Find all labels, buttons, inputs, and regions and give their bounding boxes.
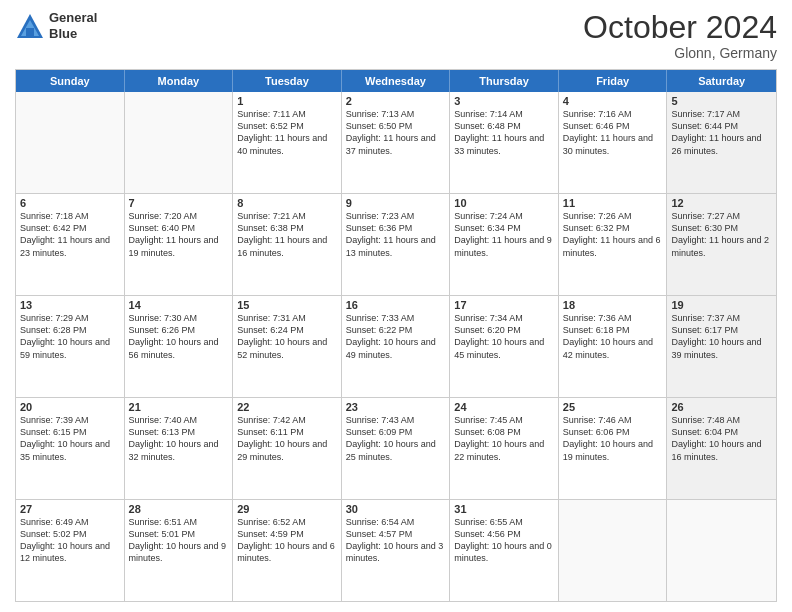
- calendar-cell: [667, 500, 776, 601]
- calendar-cell: 25Sunrise: 7:46 AM Sunset: 6:06 PM Dayli…: [559, 398, 668, 499]
- calendar-cell: 14Sunrise: 7:30 AM Sunset: 6:26 PM Dayli…: [125, 296, 234, 397]
- logo-icon: [15, 12, 45, 40]
- day-number: 24: [454, 401, 554, 413]
- calendar-row-1: 1Sunrise: 7:11 AM Sunset: 6:52 PM Daylig…: [16, 92, 776, 193]
- cell-info: Sunrise: 7:14 AM Sunset: 6:48 PM Dayligh…: [454, 108, 554, 157]
- cell-info: Sunrise: 7:46 AM Sunset: 6:06 PM Dayligh…: [563, 414, 663, 463]
- day-number: 23: [346, 401, 446, 413]
- calendar-cell: 6Sunrise: 7:18 AM Sunset: 6:42 PM Daylig…: [16, 194, 125, 295]
- calendar-cell: 5Sunrise: 7:17 AM Sunset: 6:44 PM Daylig…: [667, 92, 776, 193]
- calendar-cell: 29Sunrise: 6:52 AM Sunset: 4:59 PM Dayli…: [233, 500, 342, 601]
- day-number: 1: [237, 95, 337, 107]
- calendar-cell: 21Sunrise: 7:40 AM Sunset: 6:13 PM Dayli…: [125, 398, 234, 499]
- day-number: 22: [237, 401, 337, 413]
- weekday-header-sunday: Sunday: [16, 70, 125, 92]
- weekday-header-tuesday: Tuesday: [233, 70, 342, 92]
- calendar-cell: 13Sunrise: 7:29 AM Sunset: 6:28 PM Dayli…: [16, 296, 125, 397]
- calendar-cell: 12Sunrise: 7:27 AM Sunset: 6:30 PM Dayli…: [667, 194, 776, 295]
- calendar-body: 1Sunrise: 7:11 AM Sunset: 6:52 PM Daylig…: [16, 92, 776, 601]
- calendar-cell: 8Sunrise: 7:21 AM Sunset: 6:38 PM Daylig…: [233, 194, 342, 295]
- calendar-cell: 19Sunrise: 7:37 AM Sunset: 6:17 PM Dayli…: [667, 296, 776, 397]
- cell-info: Sunrise: 7:31 AM Sunset: 6:24 PM Dayligh…: [237, 312, 337, 361]
- day-number: 14: [129, 299, 229, 311]
- cell-info: Sunrise: 7:37 AM Sunset: 6:17 PM Dayligh…: [671, 312, 772, 361]
- cell-info: Sunrise: 7:34 AM Sunset: 6:20 PM Dayligh…: [454, 312, 554, 361]
- day-number: 3: [454, 95, 554, 107]
- calendar-cell: 4Sunrise: 7:16 AM Sunset: 6:46 PM Daylig…: [559, 92, 668, 193]
- day-number: 11: [563, 197, 663, 209]
- cell-info: Sunrise: 7:43 AM Sunset: 6:09 PM Dayligh…: [346, 414, 446, 463]
- day-number: 15: [237, 299, 337, 311]
- day-number: 4: [563, 95, 663, 107]
- header: General Blue October 2024 Glonn, Germany: [15, 10, 777, 61]
- day-number: 18: [563, 299, 663, 311]
- cell-info: Sunrise: 7:20 AM Sunset: 6:40 PM Dayligh…: [129, 210, 229, 259]
- calendar-header: SundayMondayTuesdayWednesdayThursdayFrid…: [16, 70, 776, 92]
- weekday-header-saturday: Saturday: [667, 70, 776, 92]
- day-number: 17: [454, 299, 554, 311]
- cell-info: Sunrise: 7:33 AM Sunset: 6:22 PM Dayligh…: [346, 312, 446, 361]
- calendar-cell: [16, 92, 125, 193]
- cell-info: Sunrise: 7:26 AM Sunset: 6:32 PM Dayligh…: [563, 210, 663, 259]
- cell-info: Sunrise: 7:36 AM Sunset: 6:18 PM Dayligh…: [563, 312, 663, 361]
- day-number: 6: [20, 197, 120, 209]
- calendar-cell: 10Sunrise: 7:24 AM Sunset: 6:34 PM Dayli…: [450, 194, 559, 295]
- day-number: 9: [346, 197, 446, 209]
- day-number: 5: [671, 95, 772, 107]
- calendar-row-4: 20Sunrise: 7:39 AM Sunset: 6:15 PM Dayli…: [16, 397, 776, 499]
- cell-info: Sunrise: 7:45 AM Sunset: 6:08 PM Dayligh…: [454, 414, 554, 463]
- day-number: 30: [346, 503, 446, 515]
- calendar-cell: 22Sunrise: 7:42 AM Sunset: 6:11 PM Dayli…: [233, 398, 342, 499]
- weekday-header-thursday: Thursday: [450, 70, 559, 92]
- day-number: 20: [20, 401, 120, 413]
- cell-info: Sunrise: 7:17 AM Sunset: 6:44 PM Dayligh…: [671, 108, 772, 157]
- cell-info: Sunrise: 7:30 AM Sunset: 6:26 PM Dayligh…: [129, 312, 229, 361]
- cell-info: Sunrise: 7:11 AM Sunset: 6:52 PM Dayligh…: [237, 108, 337, 157]
- day-number: 10: [454, 197, 554, 209]
- day-number: 26: [671, 401, 772, 413]
- cell-info: Sunrise: 7:16 AM Sunset: 6:46 PM Dayligh…: [563, 108, 663, 157]
- day-number: 27: [20, 503, 120, 515]
- calendar-cell: 20Sunrise: 7:39 AM Sunset: 6:15 PM Dayli…: [16, 398, 125, 499]
- location: Glonn, Germany: [583, 45, 777, 61]
- day-number: 13: [20, 299, 120, 311]
- cell-info: Sunrise: 7:29 AM Sunset: 6:28 PM Dayligh…: [20, 312, 120, 361]
- svg-rect-2: [26, 28, 34, 36]
- calendar-cell: 16Sunrise: 7:33 AM Sunset: 6:22 PM Dayli…: [342, 296, 451, 397]
- weekday-header-wednesday: Wednesday: [342, 70, 451, 92]
- day-number: 29: [237, 503, 337, 515]
- cell-info: Sunrise: 7:40 AM Sunset: 6:13 PM Dayligh…: [129, 414, 229, 463]
- cell-info: Sunrise: 7:23 AM Sunset: 6:36 PM Dayligh…: [346, 210, 446, 259]
- cell-info: Sunrise: 7:18 AM Sunset: 6:42 PM Dayligh…: [20, 210, 120, 259]
- calendar-cell: 30Sunrise: 6:54 AM Sunset: 4:57 PM Dayli…: [342, 500, 451, 601]
- calendar-cell: 23Sunrise: 7:43 AM Sunset: 6:09 PM Dayli…: [342, 398, 451, 499]
- day-number: 31: [454, 503, 554, 515]
- logo-text: General Blue: [49, 10, 97, 41]
- day-number: 16: [346, 299, 446, 311]
- calendar-cell: 7Sunrise: 7:20 AM Sunset: 6:40 PM Daylig…: [125, 194, 234, 295]
- cell-info: Sunrise: 7:42 AM Sunset: 6:11 PM Dayligh…: [237, 414, 337, 463]
- weekday-header-monday: Monday: [125, 70, 234, 92]
- calendar-cell: 28Sunrise: 6:51 AM Sunset: 5:01 PM Dayli…: [125, 500, 234, 601]
- day-number: 12: [671, 197, 772, 209]
- day-number: 7: [129, 197, 229, 209]
- calendar-cell: 9Sunrise: 7:23 AM Sunset: 6:36 PM Daylig…: [342, 194, 451, 295]
- page: General Blue October 2024 Glonn, Germany…: [0, 0, 792, 612]
- calendar-cell: 17Sunrise: 7:34 AM Sunset: 6:20 PM Dayli…: [450, 296, 559, 397]
- cell-info: Sunrise: 6:51 AM Sunset: 5:01 PM Dayligh…: [129, 516, 229, 565]
- calendar-cell: 15Sunrise: 7:31 AM Sunset: 6:24 PM Dayli…: [233, 296, 342, 397]
- calendar-cell: 3Sunrise: 7:14 AM Sunset: 6:48 PM Daylig…: [450, 92, 559, 193]
- calendar-row-5: 27Sunrise: 6:49 AM Sunset: 5:02 PM Dayli…: [16, 499, 776, 601]
- cell-info: Sunrise: 7:21 AM Sunset: 6:38 PM Dayligh…: [237, 210, 337, 259]
- cell-info: Sunrise: 6:54 AM Sunset: 4:57 PM Dayligh…: [346, 516, 446, 565]
- cell-info: Sunrise: 7:48 AM Sunset: 6:04 PM Dayligh…: [671, 414, 772, 463]
- cell-info: Sunrise: 6:55 AM Sunset: 4:56 PM Dayligh…: [454, 516, 554, 565]
- title-area: October 2024 Glonn, Germany: [583, 10, 777, 61]
- calendar-cell: 18Sunrise: 7:36 AM Sunset: 6:18 PM Dayli…: [559, 296, 668, 397]
- cell-info: Sunrise: 7:24 AM Sunset: 6:34 PM Dayligh…: [454, 210, 554, 259]
- calendar: SundayMondayTuesdayWednesdayThursdayFrid…: [15, 69, 777, 602]
- day-number: 8: [237, 197, 337, 209]
- day-number: 28: [129, 503, 229, 515]
- cell-info: Sunrise: 6:52 AM Sunset: 4:59 PM Dayligh…: [237, 516, 337, 565]
- cell-info: Sunrise: 7:27 AM Sunset: 6:30 PM Dayligh…: [671, 210, 772, 259]
